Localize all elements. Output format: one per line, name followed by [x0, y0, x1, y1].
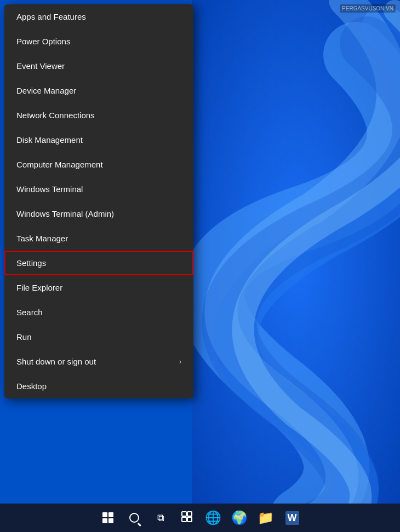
- menu-item-windows-terminal-admin[interactable]: Windows Terminal (Admin): [4, 201, 193, 226]
- menu-item-windows-terminal[interactable]: Windows Terminal: [4, 177, 193, 201]
- menu-label-desktop: Desktop: [16, 381, 47, 391]
- menu-label-task-manager: Task Manager: [16, 234, 68, 243]
- menu-label-file-explorer: File Explorer: [16, 283, 62, 292]
- menu-label-windows-terminal: Windows Terminal: [16, 184, 83, 194]
- menu-item-settings[interactable]: Settings: [4, 251, 193, 275]
- taskbar-icon-word[interactable]: W: [280, 506, 304, 530]
- svg-rect-3: [182, 517, 186, 522]
- menu-arrow-shut-down: ›: [179, 357, 181, 366]
- menu-label-shut-down: Shut down or sign out: [16, 357, 96, 366]
- menu-label-power-options: Power Options: [16, 37, 70, 46]
- context-menu: Apps and FeaturesPower OptionsEvent View…: [4, 4, 193, 398]
- menu-item-shut-down[interactable]: Shut down or sign out›: [4, 349, 193, 374]
- menu-label-apps-features: Apps and Features: [16, 12, 86, 21]
- menu-item-network-connections[interactable]: Network Connections: [4, 103, 193, 128]
- menu-item-disk-management[interactable]: Disk Management: [4, 128, 193, 152]
- menu-label-search: Search: [16, 308, 43, 317]
- menu-item-apps-features[interactable]: Apps and Features: [4, 4, 193, 29]
- menu-item-power-options[interactable]: Power Options: [4, 29, 193, 54]
- menu-label-network-connections: Network Connections: [16, 111, 95, 120]
- menu-label-windows-terminal-admin: Windows Terminal (Admin): [16, 209, 114, 218]
- svg-rect-2: [187, 512, 192, 516]
- taskbar-icon-taskview[interactable]: ⧉: [148, 506, 173, 530]
- taskbar: ⧉🌐🌍📁W: [0, 504, 400, 532]
- taskbar-icon-edge[interactable]: 🌐: [201, 506, 225, 530]
- menu-item-task-manager[interactable]: Task Manager: [4, 226, 193, 251]
- taskbar-icon-start[interactable]: [96, 506, 120, 530]
- taskbar-icon-search[interactable]: [122, 506, 146, 530]
- menu-item-search[interactable]: Search: [4, 300, 193, 325]
- menu-label-disk-management: Disk Management: [16, 135, 83, 144]
- menu-item-device-manager[interactable]: Device Manager: [4, 78, 193, 103]
- menu-item-computer-management[interactable]: Computer Management: [4, 152, 193, 177]
- menu-item-event-viewer[interactable]: Event Viewer: [4, 54, 193, 78]
- watermark: PERGASVUSON.VN: [340, 4, 396, 13]
- menu-label-settings: Settings: [16, 258, 46, 268]
- taskbar-icon-explorer[interactable]: 📁: [254, 506, 278, 530]
- menu-label-computer-management: Computer Management: [16, 160, 103, 169]
- menu-item-run[interactable]: Run: [4, 325, 193, 349]
- menu-label-run: Run: [16, 332, 32, 342]
- taskbar-icon-chrome[interactable]: 🌍: [227, 506, 252, 530]
- svg-rect-1: [182, 512, 186, 516]
- svg-rect-4: [187, 517, 192, 522]
- taskbar-icon-widgets[interactable]: [175, 506, 199, 530]
- menu-item-file-explorer[interactable]: File Explorer: [4, 275, 193, 300]
- menu-label-event-viewer: Event Viewer: [16, 61, 65, 71]
- menu-label-device-manager: Device Manager: [16, 86, 76, 95]
- menu-item-desktop[interactable]: Desktop: [4, 374, 193, 398]
- desktop-wallpaper: [192, 0, 400, 504]
